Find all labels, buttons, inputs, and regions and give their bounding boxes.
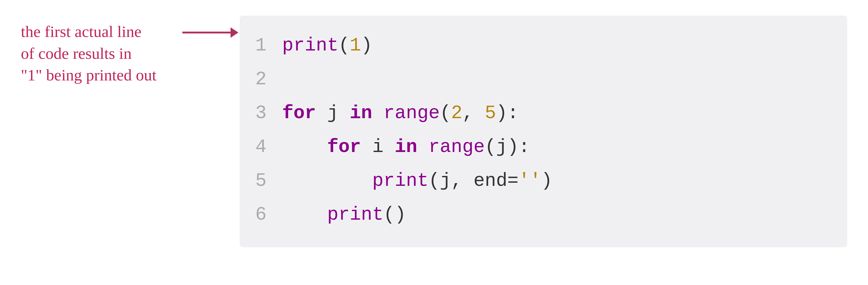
line-number: 5 bbox=[255, 164, 282, 198]
table-row: 2 bbox=[255, 63, 826, 96]
annotation-line3: "1" being printed out bbox=[21, 66, 157, 84]
code-line-content: for i in range(j): bbox=[282, 130, 826, 164]
table-row: 1print(1) bbox=[255, 29, 826, 63]
table-row: 4 for i in range(j): bbox=[255, 130, 826, 164]
line-number: 6 bbox=[255, 198, 282, 231]
line-number: 2 bbox=[255, 63, 282, 96]
table-row: 3for j in range(2, 5): bbox=[255, 96, 826, 130]
code-table: 1print(1)23for j in range(2, 5):4 for i … bbox=[255, 29, 826, 231]
annotation-text: the first actual line of code results in… bbox=[21, 21, 198, 86]
line-number: 3 bbox=[255, 96, 282, 130]
line-number: 4 bbox=[255, 130, 282, 164]
main-container: the first actual line of code results in… bbox=[0, 0, 868, 285]
code-block: 1print(1)23for j in range(2, 5):4 for i … bbox=[240, 15, 847, 247]
code-line-content: for j in range(2, 5): bbox=[282, 96, 826, 130]
line-number: 1 bbox=[255, 29, 282, 63]
svg-marker-1 bbox=[230, 27, 238, 38]
table-row: 5 print(j, end='') bbox=[255, 164, 826, 198]
annotation-arrow bbox=[182, 24, 235, 39]
code-line-content: print(1) bbox=[282, 29, 826, 63]
code-line-content bbox=[282, 63, 826, 96]
table-row: 6 print() bbox=[255, 198, 826, 231]
annotation-line1: the first actual line bbox=[21, 23, 142, 40]
code-line-content: print() bbox=[282, 198, 826, 231]
annotation-line2: of code results in bbox=[21, 44, 131, 62]
annotation-area: the first actual line of code results in… bbox=[21, 15, 198, 86]
code-line-content: print(j, end='') bbox=[282, 164, 826, 198]
arrow-icon bbox=[182, 24, 240, 42]
